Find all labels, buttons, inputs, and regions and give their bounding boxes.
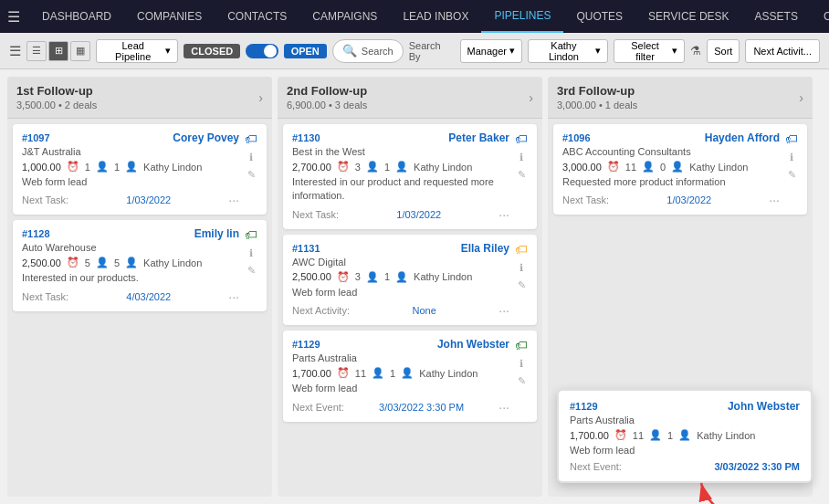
deal-id-1131[interactable]: #1131 xyxy=(292,243,320,254)
deal-id-1096[interactable]: #1096 xyxy=(562,132,591,143)
edit-icon-1129[interactable]: ✎ xyxy=(518,375,526,387)
nav-calendar[interactable]: CALENDAR xyxy=(811,0,829,33)
dots-menu-1131[interactable]: ··· xyxy=(498,303,509,318)
deal-name-1096[interactable]: Hayden Afford xyxy=(705,131,780,144)
column-header-2: 2nd Follow-up 6,900.00 • 3 deals › xyxy=(278,77,542,119)
chart-view-button[interactable]: ▦ xyxy=(70,41,90,61)
deal-id-1129[interactable]: #1129 xyxy=(292,339,320,350)
nav-companies[interactable]: COMPANIES xyxy=(124,0,215,33)
edit-icon-1131[interactable]: ✎ xyxy=(518,279,526,291)
nav-quotes[interactable]: QUOTES xyxy=(563,0,635,33)
info-icon-1130[interactable]: ℹ xyxy=(519,152,523,163)
edit-icon-1097[interactable]: ✎ xyxy=(247,169,256,181)
top-navigation: ☰ DASHBOARD COMPANIES CONTACTS CAMPAIGNS… xyxy=(0,0,829,33)
nav-contacts[interactable]: CONTACTS xyxy=(215,0,299,33)
clock-icon-1129: ⏰ xyxy=(337,367,350,379)
deal-task-1097: Next Task: 1/03/2022 ··· xyxy=(22,193,239,207)
deal-desc-1130: Interested in our product and requested … xyxy=(292,175,509,204)
assigned-icon-1097: 👤 xyxy=(125,161,138,173)
deal-name-1097[interactable]: Corey Povey xyxy=(173,131,239,144)
info-icon-1128[interactable]: ℹ xyxy=(249,247,253,259)
tag-icon-1130: 🏷 xyxy=(515,131,528,146)
deal-id-1097[interactable]: #1097 xyxy=(22,132,50,143)
column-meta-1: 3,500.00 • 2 deals xyxy=(16,100,97,110)
sidebar-toggle-icon[interactable]: ☰ xyxy=(9,43,21,59)
pipeline-label: Lead Pipeline xyxy=(103,40,163,62)
info-icon-1129[interactable]: ℹ xyxy=(519,358,523,370)
deal-id-1130[interactable]: #1130 xyxy=(292,132,320,143)
dots-menu-1096[interactable]: ··· xyxy=(769,193,780,207)
nav-dashboard[interactable]: DASHBOARD xyxy=(29,0,124,33)
nav-service-desk[interactable]: SERVICE DESK xyxy=(635,0,741,33)
deal-name-1131[interactable]: Ella Riley xyxy=(461,242,509,255)
column-expand-icon-1[interactable]: › xyxy=(258,90,263,105)
column-header-3: 3rd Follow-up 3,000.00 • 1 deals › xyxy=(548,77,813,119)
deal-card-1129: #1129 John Webster Parts Australia 1,700… xyxy=(283,331,537,421)
clock-icon-1131: ⏰ xyxy=(337,271,350,283)
deal-task-date-1096: 1/03/2022 xyxy=(666,194,711,205)
contact-icon-1096: 👤 xyxy=(642,161,655,173)
column-body-1: #1097 Corey Povey J&T Australia 1,000.00… xyxy=(7,119,272,317)
nav-assets[interactable]: ASSETS xyxy=(742,0,811,33)
deal-desc-1096: Requested more product information xyxy=(562,175,780,189)
dots-menu-1128[interactable]: ··· xyxy=(228,289,239,304)
popup-arrow-svg xyxy=(692,474,774,504)
dots-menu-1130[interactable]: ··· xyxy=(498,207,509,222)
column-expand-icon-2[interactable]: › xyxy=(529,90,533,105)
popup-deal-info: 1,700.00 ⏰ 11 👤 1 👤 Kathy Lindon xyxy=(570,429,800,441)
popup-deal-company: Parts Australia xyxy=(570,415,800,425)
popup-arrow xyxy=(692,474,774,504)
info-icon-1131[interactable]: ℹ xyxy=(519,262,523,274)
nav-pipelines[interactable]: PIPELINES xyxy=(481,0,563,33)
info-icon-1097[interactable]: ℹ xyxy=(249,152,253,163)
edit-icon-1128[interactable]: ✎ xyxy=(247,265,256,277)
deal-task-date-1097: 1/03/2022 xyxy=(126,194,171,205)
filter-dropdown[interactable]: Select filter ▾ xyxy=(614,39,685,63)
list-view-button[interactable]: ☰ xyxy=(26,41,47,61)
popup-deal-id[interactable]: #1129 xyxy=(570,401,598,412)
tag-icon-1129: 🏷 xyxy=(515,338,528,352)
dots-menu-1097[interactable]: ··· xyxy=(228,193,239,207)
dots-menu-1129[interactable]: ··· xyxy=(498,400,509,415)
deal-info-1097: 1,000.00 ⏰ 1 👤 1 👤 Kathy Lindon xyxy=(22,161,239,173)
search-box[interactable]: 🔍 Search xyxy=(332,39,404,63)
popup-card-1129: #1129 John Webster Parts Australia 1,700… xyxy=(557,389,813,483)
column-meta-3: 3,000.00 • 1 deals xyxy=(557,100,637,110)
deal-name-1130[interactable]: Peter Baker xyxy=(448,131,509,144)
funnel-icon[interactable]: ⚗ xyxy=(690,44,701,58)
search-label: Search xyxy=(362,46,394,57)
edit-icon-1130[interactable]: ✎ xyxy=(518,169,526,181)
kanban-board: 1st Follow-up 3,500.00 • 2 deals › #1097… xyxy=(0,69,829,504)
user-dropdown[interactable]: Kathy Lindon ▾ xyxy=(528,39,608,63)
deal-company-1097: J&T Australia xyxy=(22,146,239,157)
edit-icon-1096[interactable]: ✎ xyxy=(788,169,796,181)
sort-button[interactable]: Sort xyxy=(707,39,740,63)
deal-company-1129: Parts Australia xyxy=(292,352,509,363)
deal-task-date-1128: 4/03/2022 xyxy=(126,291,171,302)
column-meta-2: 6,900.00 • 3 deals xyxy=(287,100,367,110)
pipeline-selector[interactable]: Lead Pipeline ▾ xyxy=(96,39,178,63)
nav-lead-inbox[interactable]: LEAD INBOX xyxy=(390,0,481,33)
assigned-icon-1130: 👤 xyxy=(395,161,408,173)
info-icon-1096[interactable]: ℹ xyxy=(790,152,793,163)
search-icon: 🔍 xyxy=(342,44,357,58)
clock-icon-1096: ⏰ xyxy=(607,161,620,173)
deal-id-1128[interactable]: #1128 xyxy=(22,228,50,239)
deal-task-date-1131: None xyxy=(413,305,436,316)
kanban-column-2nd-followup: 2nd Follow-up 6,900.00 • 3 deals › #1130… xyxy=(278,77,542,497)
tag-icon-1128: 🏷 xyxy=(245,227,257,242)
next-activity-button[interactable]: Next Activit... xyxy=(745,39,820,63)
clock-icon-1130: ⏰ xyxy=(337,161,350,173)
column-body-3: #1096 Hayden Afford ABC Accounting Consu… xyxy=(548,119,813,220)
popup-deal-name[interactable]: John Webster xyxy=(728,400,800,413)
column-expand-icon-3[interactable]: › xyxy=(799,90,803,105)
contact-icon-1128: 👤 xyxy=(96,257,109,268)
deal-name-1129[interactable]: John Webster xyxy=(437,338,509,351)
deal-name-1128[interactable]: Emily lin xyxy=(194,227,239,240)
hamburger-menu[interactable]: ☰ xyxy=(7,8,20,26)
nav-campaigns[interactable]: CAMPAIGNS xyxy=(299,0,390,33)
board-view-button[interactable]: ⊞ xyxy=(48,41,68,61)
manager-dropdown[interactable]: Manager ▾ xyxy=(460,39,522,63)
deal-company-1096: ABC Accounting Consultants xyxy=(562,146,780,157)
search-by-label: Search By xyxy=(409,40,455,62)
